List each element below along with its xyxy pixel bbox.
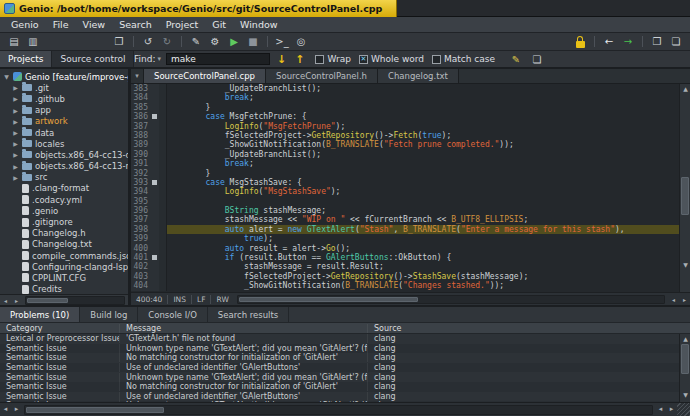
find-next-button[interactable]: ↓ [275,53,288,66]
tree-item-configuring-clangd-lsp-md[interactable]: Configuring-clangd-lsp.md [0,261,128,272]
find-input[interactable]: make [166,53,270,65]
lock-icon[interactable] [572,34,588,49]
editor-horizontal-scrollbar[interactable] [237,295,665,304]
tree-item-data[interactable]: ▶data [0,127,128,138]
sidebar-horizontal-scrollbar[interactable]: ◂ ▸ [0,294,128,305]
editor-vertical-scrollbar[interactable]: ▲ ▼ [679,84,690,292]
problem-row[interactable]: Semantic IssueUse of undeclared identifi… [0,363,679,373]
problem-row[interactable]: Semantic IssueUnknown type name 'GTextAl… [0,344,679,354]
bottom-tab-console-i-o[interactable]: Console I/O [138,307,208,322]
tree-item-changelog-h[interactable]: Changelog.h [0,228,128,239]
bottom-tab-problems-10[interactable]: Problems (10) [0,307,80,322]
find-menu[interactable]: Find:▾ [134,54,161,64]
find-toggle-match-case[interactable]: Match case [432,54,495,64]
tree-item-github[interactable]: ▶.github [0,93,128,104]
editor-tab-sourcecontrolpanel-cpp[interactable]: SourceControlPanel.cpp [144,69,266,83]
copy-file-icon[interactable]: ❐ [649,34,665,49]
scroll-track[interactable] [24,405,653,415]
show-output-icon[interactable]: ▥ [25,34,41,49]
column-message[interactable]: Message [120,324,368,333]
problem-row[interactable]: Semantic IssueNo matching constructor fo… [0,382,679,392]
tree-root[interactable]: ▼Genio [feature/improve-git-path-m [0,71,128,82]
tree-item-credits[interactable]: Credits [0,284,128,294]
sidebar-scroll-track[interactable] [25,296,125,305]
scrollbar-thumb[interactable] [26,407,164,413]
tree-item-app[interactable]: ▶app [0,105,128,116]
scroll-down-icon[interactable]: ▼ [680,260,690,269]
title-tab[interactable]: Genio: /boot/home/workspace/Genio/src/gi… [0,0,397,17]
problems-vertical-scrollbar[interactable]: ▲ ▼ [679,334,690,402]
menu-item-file[interactable]: File [46,19,76,30]
problem-row[interactable]: Semantic IssueNo matching constructor fo… [0,353,679,363]
back-icon[interactable]: ← [601,34,617,49]
column-source[interactable]: Source [368,324,690,333]
open-folder-icon[interactable]: ❐ [111,34,127,49]
scrollbar-thumb[interactable] [239,297,418,302]
bottom-tab-build-log[interactable]: Build log [80,307,138,322]
scrollbar-thumb[interactable] [681,344,689,374]
terminal-icon[interactable]: >_ [274,34,290,49]
scroll-left-icon[interactable]: ◂ [668,295,679,304]
forward-icon[interactable]: → [620,34,636,49]
resize-grip[interactable] [677,403,690,416]
scrollbar-thumb[interactable] [681,177,689,215]
bookmark-icon[interactable]: ❏ [529,52,545,67]
tree-item-compile-commands-json[interactable]: compile_commands.json [0,250,128,261]
tree-item-locales[interactable]: ▶locales [0,138,128,149]
find-toggle-wrap[interactable]: Wrap [315,54,350,64]
scroll-left-icon[interactable]: ◂ [0,403,11,416]
problem-row[interactable]: Semantic IssueUse of undeclared identifi… [0,392,679,402]
column-category[interactable]: Category [0,324,120,333]
find-toggle-whole-word[interactable]: ✕Whole word [359,54,424,64]
editor-tab-sourcecontrolpanel-h[interactable]: SourceControlPanel.h [266,69,378,83]
scrollbar-thumb[interactable] [27,298,68,303]
build-gear-icon[interactable]: ⚙ [207,34,223,49]
replace-icon[interactable]: ✎ [508,52,524,67]
problem-row[interactable]: Lexical or Preprocessor Issue'GTextAlert… [0,334,679,344]
tree-item-changelog-txt[interactable]: Changelog.txt [0,239,128,250]
menu-item-git[interactable]: Git [205,19,233,30]
tree-item-objects-x86-64-cc13-release[interactable]: ▶objects.x86_64-cc13-release [0,161,128,172]
undo-icon[interactable]: ↺ [140,34,156,49]
redo-icon[interactable]: ↻ [159,34,175,49]
tab-list-button[interactable]: ▾ [131,69,144,83]
panel-tab-projects[interactable]: Projects [0,51,52,67]
stop-icon[interactable]: ■ [245,34,261,49]
menu-item-genio[interactable]: Genio [4,19,46,30]
scroll-up-icon[interactable]: ▲ [680,84,690,93]
tree-item-codacy-yml[interactable]: .codacy.yml [0,194,128,205]
scroll-right-icon[interactable]: ▸ [679,295,690,304]
problem-row[interactable]: Semantic IssueUnknown type name 'GTextAl… [0,372,679,382]
tree-item-git[interactable]: ▶.git [0,82,128,93]
menu-item-search[interactable]: Search [112,19,159,30]
titlebar[interactable]: Genio: /boot/home/workspace/Genio/src/gi… [0,0,690,17]
bottom-tab-search-results[interactable]: Search results [208,307,289,322]
scroll-right-icon[interactable]: ▸ [11,403,22,416]
tree-item-objects-x86-64-cc13-debug[interactable]: ▶objects.x86_64-cc13-debug [0,149,128,160]
tree-item-genio[interactable]: .genio [0,205,128,216]
window-horizontal-scrollbar[interactable]: ◂ ▸ ◂ ▸ [0,402,690,416]
menu-item-project[interactable]: Project [159,19,206,30]
find-previous-button[interactable]: ↑ [293,53,306,66]
panel-tab-source-control[interactable]: Source control [52,51,134,67]
editor-tab-changelog-txt[interactable]: Changelog.txt [378,69,459,83]
scroll-left-icon[interactable]: ◂ [655,403,666,416]
scroll-up-icon[interactable]: ▲ [680,334,690,343]
menu-item-view[interactable]: View [76,19,113,30]
tree-item-clang-format[interactable]: .clang-format [0,183,128,194]
code-area[interactable]: 383 _UpdateBranchList();384 break;385 }3… [131,84,690,292]
scroll-left-icon[interactable]: ◂ [0,296,11,305]
show-projects-icon[interactable]: ▤ [6,34,22,49]
pencil-icon[interactable]: ✎ [188,34,204,49]
scroll-right-icon[interactable]: ▸ [11,296,22,305]
find-in-files-icon[interactable]: ◎ [293,34,309,49]
tree-item-src[interactable]: ▶src [0,172,128,183]
tree-item-cpplint-cfg[interactable]: CPPLINT.CFG [0,272,128,283]
run-icon[interactable]: ▶ [226,34,242,49]
tree-item-artwork[interactable]: ▶artwork [0,116,128,127]
paste-file-icon[interactable]: ❏ [668,34,684,49]
tree-item-gitignore[interactable]: .gitignore [0,216,128,227]
menu-item-window[interactable]: Window [233,19,284,30]
scroll-right-icon[interactable]: ▸ [666,403,677,416]
scroll-down-icon[interactable]: ▼ [680,390,690,399]
